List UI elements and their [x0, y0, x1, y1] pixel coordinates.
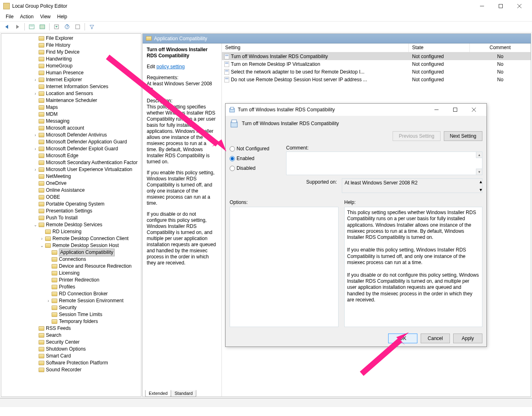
comment-textbox[interactable]: ▴▾: [286, 152, 482, 175]
tree-pane[interactable]: File ExplorerFile HistoryFind My DeviceH…: [1, 33, 141, 397]
tool-btn-3[interactable]: [52, 22, 61, 31]
requirements-label: Requirements:: [147, 75, 217, 81]
radio-disabled[interactable]: Disabled: [230, 165, 280, 171]
tree-label: Device and Resource Redirection: [59, 263, 132, 270]
tree-label: OneDrive: [46, 180, 67, 187]
scroll-down-icon[interactable]: ▾: [480, 187, 482, 193]
tree-item[interactable]: ⌄Remote Desktop Services: [1, 221, 141, 228]
scroll-down-icon[interactable]: ▾: [476, 169, 482, 175]
menu-view[interactable]: View: [37, 13, 54, 20]
back-button[interactable]: [2, 22, 11, 31]
tree-item[interactable]: ›Internet Explorer: [1, 76, 141, 83]
tree-item[interactable]: NetMeeting: [1, 173, 141, 180]
tree-item[interactable]: Printer Redirection: [1, 277, 141, 284]
tree-item[interactable]: Maps: [1, 104, 141, 111]
radio-not-configured[interactable]: Not Configured: [230, 146, 280, 152]
tree-item[interactable]: Internet Information Services: [1, 83, 141, 90]
tree-item[interactable]: ›Remote Session Environment: [1, 297, 141, 304]
filter-button[interactable]: [87, 22, 96, 31]
tree-item[interactable]: Human Presence: [1, 69, 141, 76]
maximize-button[interactable]: [491, 0, 510, 12]
scroll-up-icon[interactable]: ▴: [480, 179, 482, 184]
cancel-button[interactable]: Cancel: [421, 334, 450, 343]
col-comment[interactable]: Comment: [470, 43, 531, 52]
minimize-button[interactable]: [473, 0, 491, 12]
tree-item[interactable]: ›Microsoft User Experience Virtualizatio…: [1, 166, 141, 173]
tree-item[interactable]: Handwriting: [1, 56, 141, 63]
tool-btn-5[interactable]: [73, 22, 82, 31]
tree-item[interactable]: Push To Install: [1, 214, 141, 221]
tree-item[interactable]: Maintenance Scheduler: [1, 97, 141, 104]
folder-icon: [52, 264, 57, 269]
close-button[interactable]: [510, 0, 529, 12]
tree-item[interactable]: Device and Resource Redirection: [1, 263, 141, 270]
tool-btn-2[interactable]: [38, 22, 47, 31]
tree-item[interactable]: RD Licensing: [1, 228, 141, 235]
tree-item[interactable]: Smart Card: [1, 353, 141, 360]
col-state[interactable]: State: [409, 43, 470, 52]
tree-item[interactable]: HomeGroup: [1, 63, 141, 69]
caret-icon: ›: [32, 166, 39, 173]
tree-item[interactable]: Find My Device: [1, 49, 141, 56]
menu-help[interactable]: Help: [54, 13, 71, 20]
tree-item[interactable]: OOBE: [1, 194, 141, 201]
edit-policy-link[interactable]: policy setting: [156, 64, 185, 69]
menu-action[interactable]: Action: [17, 13, 37, 20]
tree-item[interactable]: Connections: [1, 256, 141, 263]
tree-item[interactable]: Portable Operating System: [1, 201, 141, 208]
tree-item[interactable]: Temporary folders: [1, 318, 141, 325]
tree-item[interactable]: Software Protection Platform: [1, 360, 141, 366]
dialog-close-button[interactable]: [465, 104, 483, 116]
tab-extended[interactable]: Extended: [145, 390, 171, 397]
next-setting-button[interactable]: Next Setting: [444, 131, 482, 141]
col-setting[interactable]: Setting: [222, 43, 409, 52]
tree-item[interactable]: ›Microsoft Defender Antivirus: [1, 132, 141, 139]
list-row[interactable]: Turn on Remote Desktop IP Virtualization…: [222, 60, 531, 68]
tree-item[interactable]: Microsoft Defender Application Guard: [1, 139, 141, 145]
scroll-up-icon[interactable]: ▴: [476, 152, 482, 158]
menu-file[interactable]: File: [2, 13, 17, 20]
tree-item[interactable]: Search: [1, 332, 141, 339]
tree-item[interactable]: Security Center: [1, 339, 141, 346]
tree-item[interactable]: Session Time Limits: [1, 311, 141, 318]
tree-item[interactable]: ⌄Remote Desktop Session Host: [1, 242, 141, 249]
tree-item[interactable]: ›Microsoft Defender Exploit Guard: [1, 145, 141, 152]
dialog-minimize-button[interactable]: [427, 104, 446, 116]
tab-standard[interactable]: Standard: [171, 390, 196, 397]
tree-item[interactable]: ›Remote Desktop Connection Client: [1, 235, 141, 242]
apply-button[interactable]: Apply: [453, 334, 482, 343]
caret-icon: ›: [32, 145, 39, 152]
previous-setting-button[interactable]: Previous Setting: [393, 131, 440, 141]
radio-enabled[interactable]: Enabled: [230, 156, 280, 161]
tree-item[interactable]: Online Assistance: [1, 187, 141, 194]
ok-button[interactable]: OK: [388, 334, 417, 343]
setting-state: Not configured: [409, 61, 470, 67]
tree-item[interactable]: Presentation Settings: [1, 208, 141, 214]
tree-item[interactable]: MDM: [1, 111, 141, 118]
tree-item[interactable]: Microsoft Secondary Authentication Facto…: [1, 159, 141, 166]
forward-button[interactable]: [13, 22, 22, 31]
tree-item[interactable]: Sound Recorder: [1, 366, 141, 373]
tool-btn-4[interactable]: ?: [63, 22, 72, 31]
list-header: Setting State Comment: [222, 43, 531, 52]
tree-item[interactable]: File Explorer: [1, 35, 141, 42]
tree-item[interactable]: Shutdown Options: [1, 346, 141, 353]
dialog-maximize-button[interactable]: [446, 104, 465, 116]
tree-item[interactable]: Microsoft Edge: [1, 152, 141, 159]
tree-item[interactable]: File History: [1, 42, 141, 49]
tree-item[interactable]: RD Connection Broker: [1, 290, 141, 297]
tool-btn-1[interactable]: [27, 22, 36, 31]
tree-item[interactable]: Licensing: [1, 270, 141, 277]
tree-item[interactable]: ›Location and Sensors: [1, 90, 141, 97]
list-row[interactable]: Turn off Windows Installer RDS Compatibi…: [222, 52, 531, 60]
tree-item[interactable]: Application Compatibility: [1, 249, 141, 256]
list-row[interactable]: Select the network adapter to be used fo…: [222, 68, 531, 76]
tree-item[interactable]: RSS Feeds: [1, 325, 141, 332]
list-row[interactable]: Do not use Remote Desktop Session Host s…: [222, 76, 531, 83]
tree-label: Security Center: [46, 339, 80, 346]
tree-item[interactable]: Microsoft account: [1, 125, 141, 132]
tree-item[interactable]: Messaging: [1, 118, 141, 125]
tree-item[interactable]: OneDrive: [1, 180, 141, 187]
tree-item[interactable]: Security: [1, 304, 141, 311]
tree-item[interactable]: Profiles: [1, 284, 141, 290]
